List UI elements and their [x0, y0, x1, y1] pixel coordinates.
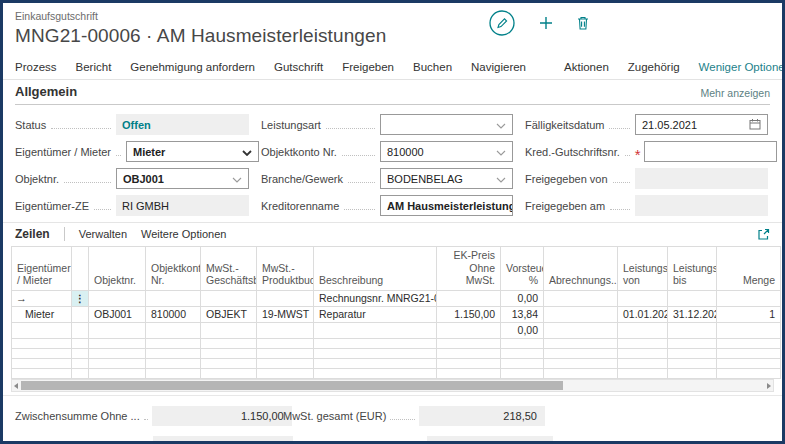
leistungsart-lookup[interactable]: [380, 114, 513, 135]
grid-cell[interactable]: [501, 358, 544, 368]
grid-cell[interactable]: [618, 368, 668, 378]
column-header[interactable]: MwSt.- Produktbuch...: [257, 247, 314, 291]
menu-item-zugehoerig[interactable]: Zugehörig: [628, 61, 680, 73]
column-header[interactable]: Leistungsz... bis: [668, 247, 717, 291]
grid-cell[interactable]: [257, 358, 314, 368]
grid-cell[interactable]: [89, 348, 146, 358]
column-header[interactable]: Menge: [717, 247, 781, 291]
menu-item-weniger-optionen[interactable]: Weniger Optionen: [699, 61, 785, 73]
grid-cell[interactable]: 0,00: [501, 322, 544, 338]
grid-cell[interactable]: [437, 368, 501, 378]
grid-cell[interactable]: [201, 322, 257, 338]
grid-cell[interactable]: [668, 368, 717, 378]
grid-cell[interactable]: [201, 290, 257, 306]
grid-cell[interactable]: [618, 358, 668, 368]
column-header[interactable]: Objektkonto Nr.: [146, 247, 201, 291]
grid-cell[interactable]: [72, 338, 89, 348]
grid-cell[interactable]: [314, 322, 437, 338]
grid-cell[interactable]: [257, 290, 314, 306]
grid-cell[interactable]: [201, 348, 257, 358]
grid-cell[interactable]: [89, 358, 146, 368]
grid-cell[interactable]: [668, 358, 717, 368]
grid-cell[interactable]: [314, 348, 437, 358]
menu-item-genehmigung-anfordern[interactable]: Genehmigung anfordern: [130, 61, 255, 73]
edit-button[interactable]: [489, 10, 515, 36]
grid-cell[interactable]: [146, 290, 201, 306]
grid-cell[interactable]: [257, 322, 314, 338]
grid-cell[interactable]: [314, 338, 437, 348]
grid-cell[interactable]: [72, 358, 89, 368]
grid-cell[interactable]: [501, 368, 544, 378]
grid-cell[interactable]: Reparatur: [314, 306, 437, 322]
grid-cell[interactable]: [501, 338, 544, 348]
grid-cell[interactable]: [437, 290, 501, 306]
grid-cell[interactable]: [12, 348, 72, 358]
faelligkeitsdatum-input[interactable]: 21.05.2021: [635, 114, 768, 135]
grid-cell[interactable]: [257, 348, 314, 358]
grid-cell[interactable]: [314, 358, 437, 368]
grid-cell[interactable]: [717, 368, 781, 378]
grid-cell[interactable]: [501, 348, 544, 358]
branche-gewerk-lookup[interactable]: BODENBELAG: [380, 168, 513, 189]
grid-cell[interactable]: OBJ001: [89, 306, 146, 322]
column-header[interactable]: Eigentümer / Mieter: [12, 247, 72, 291]
objektkonto-lookup[interactable]: 810000: [380, 141, 513, 162]
grid-cell[interactable]: [146, 368, 201, 378]
grid-cell[interactable]: [12, 338, 72, 348]
grid-cell[interactable]: [668, 348, 717, 358]
objektnr-lookup[interactable]: OBJ001: [116, 168, 249, 189]
grid-cell[interactable]: 1: [717, 306, 781, 322]
grid-cell[interactable]: [544, 368, 618, 378]
grid-cell[interactable]: [544, 358, 618, 368]
grid-cell[interactable]: [544, 290, 618, 306]
grid-cell[interactable]: [257, 338, 314, 348]
zeilen-menu-weitere-optionen[interactable]: Weitere Optionen: [141, 228, 226, 240]
grid-cell[interactable]: [437, 348, 501, 358]
grid-cell[interactable]: 810000: [146, 306, 201, 322]
grid-cell[interactable]: [544, 338, 618, 348]
mehr-anzeigen-link[interactable]: Mehr anzeigen: [701, 87, 770, 99]
grid-cell[interactable]: [544, 348, 618, 358]
grid-cell[interactable]: [668, 322, 717, 338]
scroll-left-arrow-icon[interactable]: [14, 383, 18, 389]
focus-mode-expand-icon[interactable]: [757, 228, 770, 241]
grid-cell[interactable]: 19-MWST: [257, 306, 314, 322]
menu-item-prozess[interactable]: Prozess: [15, 61, 57, 73]
grid-cell[interactable]: [89, 290, 146, 306]
scrollbar-thumb[interactable]: [21, 381, 563, 390]
grid-cell[interactable]: [257, 368, 314, 378]
grid-cell[interactable]: [201, 358, 257, 368]
grid-cell[interactable]: [72, 322, 89, 338]
grid-cell[interactable]: [618, 348, 668, 358]
calendar-icon[interactable]: [749, 118, 761, 132]
grid-cell[interactable]: [544, 322, 618, 338]
grid-cell[interactable]: 31.12.2021: [668, 306, 717, 322]
grid-cell[interactable]: 13,84: [501, 306, 544, 322]
grid-cell[interactable]: [12, 322, 72, 338]
grid-cell[interactable]: Rechnungsnr. MNRG21-00003:: [314, 290, 437, 306]
menu-item-navigieren[interactable]: Navigieren: [471, 61, 526, 73]
delete-button[interactable]: [577, 16, 589, 30]
menu-item-aktionen[interactable]: Aktionen: [564, 61, 609, 73]
row-menu-button[interactable]: ⋮: [72, 290, 89, 306]
grid-cell[interactable]: [89, 322, 146, 338]
zeilen-menu-verwalten[interactable]: Verwalten: [79, 228, 127, 240]
grid-cell[interactable]: [201, 368, 257, 378]
grid-cell[interactable]: 1.150,00: [437, 306, 501, 322]
menu-item-gutschrift[interactable]: Gutschrift: [274, 61, 323, 73]
column-header[interactable]: Objektnr.: [89, 247, 146, 291]
grid-cell[interactable]: [72, 368, 89, 378]
grid-cell[interactable]: [437, 358, 501, 368]
grid-cell[interactable]: [146, 348, 201, 358]
column-header[interactable]: Leistungsz... von: [618, 247, 668, 291]
grid-cell[interactable]: [717, 290, 781, 306]
grid-cell[interactable]: [12, 358, 72, 368]
column-header[interactable]: MwSt.- Geschäftsbuc...: [201, 247, 257, 291]
zeilen-title[interactable]: Zeilen: [15, 227, 50, 241]
grid-cell[interactable]: [618, 338, 668, 348]
grid-cell[interactable]: [201, 338, 257, 348]
grid-cell[interactable]: [89, 368, 146, 378]
new-button[interactable]: [539, 16, 553, 30]
grid-cell[interactable]: 01.01.2021: [618, 306, 668, 322]
grid-cell[interactable]: [717, 322, 781, 338]
